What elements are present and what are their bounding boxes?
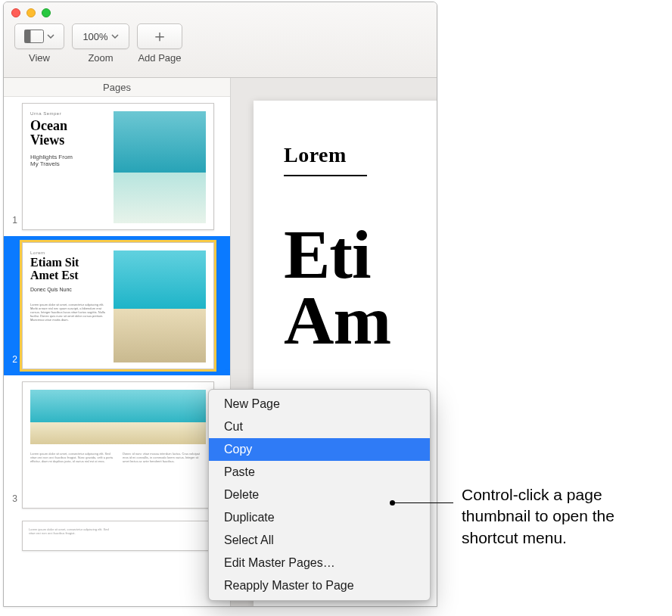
page-number: 1 <box>8 215 17 230</box>
zoom-label: Zoom <box>72 52 129 64</box>
svg-rect-1 <box>25 30 31 43</box>
thumb-image <box>30 390 206 444</box>
page-number <box>8 546 17 551</box>
view-label: View <box>14 52 64 64</box>
menu-item-paste[interactable]: Paste <box>209 461 430 484</box>
menu-item-reapply-master[interactable]: Reapply Master to Page <box>209 574 430 597</box>
menu-item-cut[interactable]: Cut <box>209 415 430 438</box>
menu-item-new-page[interactable]: New Page <box>209 393 430 415</box>
menu-item-copy[interactable]: Copy <box>209 438 430 461</box>
toolbar: View 100% Zoom ＋ Add Page <box>14 23 182 64</box>
page-thumbnail-row[interactable]: 3 Lorem ipsum dolor sit amet, consectetu… <box>4 375 230 515</box>
sidebar-header: Pages <box>4 78 230 97</box>
page-thumbnail-row[interactable]: Lorem ipsum dolor sit amet, consectetur … <box>4 515 230 557</box>
menu-item-duplicate[interactable]: Duplicate <box>209 506 430 529</box>
page-thumbnail[interactable]: Lorem ipsum dolor sit amet, consectetur … <box>22 521 214 551</box>
chevron-down-icon <box>111 34 119 39</box>
chevron-down-icon <box>47 34 54 39</box>
close-icon[interactable] <box>11 8 20 17</box>
thumb-image <box>114 111 206 223</box>
plus-icon: ＋ <box>151 25 168 48</box>
pages-sidebar: Pages 1 Urna Semper OceanViews Highlight… <box>4 78 231 606</box>
zoom-window-icon[interactable] <box>42 8 51 17</box>
sidebar-layout-icon <box>24 30 44 43</box>
thumbnail-list: 1 Urna Semper OceanViews Highlights From… <box>4 97 230 606</box>
view-button[interactable] <box>14 23 64 49</box>
context-menu: New Page Cut Copy Paste Delete Duplicate… <box>208 389 431 601</box>
thumb-body-text: Lorem ipsum dolor sit amet, consectetur … <box>30 452 206 500</box>
titlebar: View 100% Zoom ＋ Add Page <box>4 2 437 78</box>
page-thumbnail[interactable]: Lorem Etiam SitAmet Est Donec Quis Nunc … <box>22 242 214 369</box>
callout-leader-line <box>393 502 453 503</box>
page-thumbnail[interactable]: Lorem ipsum dolor sit amet, consectetur … <box>22 381 214 509</box>
thumb-body-text: Lorem ipsum dolor sit amet, consectetur … <box>29 527 207 544</box>
page-heading-large: EtiAm <box>284 222 437 354</box>
page-thumbnail-row[interactable]: 1 Urna Semper OceanViews Highlights From… <box>4 97 230 236</box>
menu-item-select-all[interactable]: Select All <box>209 529 430 552</box>
zoom-value: 100% <box>82 31 107 42</box>
thumb-body-text: Lorem ipsum dolor sit amet, consectetur … <box>30 303 109 350</box>
page-heading-small: Lorem <box>284 143 437 167</box>
page-rule <box>284 175 367 176</box>
add-page-label: Add Page <box>137 52 182 64</box>
add-page-button[interactable]: ＋ <box>137 23 182 49</box>
window-controls <box>11 8 51 17</box>
minimize-icon[interactable] <box>26 8 36 17</box>
page-number: 3 <box>8 493 17 509</box>
page-thumbnail[interactable]: Urna Semper OceanViews Highlights From M… <box>22 103 214 230</box>
page-number: 2 <box>8 354 17 369</box>
zoom-dropdown[interactable]: 100% <box>72 23 129 49</box>
callout-text: Control-click a page thumbnail to open t… <box>462 484 666 549</box>
menu-item-edit-master[interactable]: Edit Master Pages… <box>209 552 430 574</box>
page-thumbnail-row-selected[interactable]: 2 Lorem Etiam SitAmet Est Donec Quis Nun… <box>4 236 230 375</box>
thumb-image <box>114 250 206 362</box>
